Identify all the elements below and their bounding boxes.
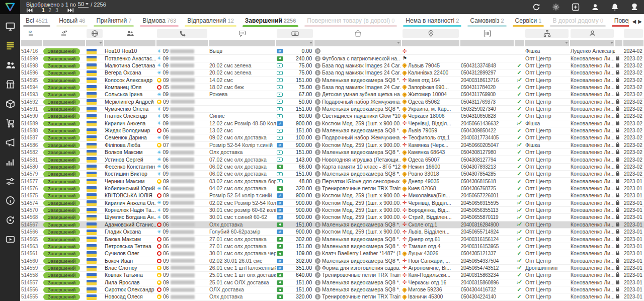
page-button-3[interactable]: 3	[53, 8, 60, 13]
column-header-manager[interactable]	[570, 28, 615, 39]
table-row[interactable]: 514563 Завершений Петровська Тетяна 06 2…	[20, 243, 644, 250]
table-row[interactable]: 514557 Завершений Лила Ярослав 09 25.01 …	[20, 279, 644, 286]
sidebar-item-store[interactable]	[4, 79, 16, 91]
filter-customer[interactable]	[104, 40, 155, 46]
table-row[interactable]: 514561 Завершений Сучилов Олег 06 30.01 …	[20, 250, 644, 257]
status-tab-0[interactable]: Всі4521	[20, 14, 53, 28]
settings-button[interactable]	[551, 3, 560, 12]
status-tab-7[interactable]: Нема в наявності2	[400, 14, 464, 28]
table-row[interactable]: 514560 Завершений Бокоч Иван 09 02.02 30…	[20, 257, 644, 264]
column-header-ttn[interactable]	[460, 28, 514, 39]
table-row[interactable]: 514558 Завершений Ковпак Татьяна 09 25.0…	[20, 272, 644, 279]
app-logo[interactable]	[0, 0, 20, 14]
status-tab-10[interactable]: В дорозі додому0	[547, 14, 608, 28]
table-row[interactable]: 514556 Завершений Сиротюк Олександр 09 О…	[20, 286, 644, 293]
sidebar-item-statistics[interactable]	[4, 156, 16, 168]
filter-payment[interactable]	[276, 40, 313, 46]
status-tab-2[interactable]: Прийнятий7	[91, 14, 137, 28]
table-row[interactable]: 514593 Завершений Сольська Ірина 09 Роже…	[20, 91, 644, 98]
table-row[interactable]: 514589 Завершений Кирилич Анжела 09 12.0…	[20, 120, 644, 127]
table-row[interactable]: 514566 Завершений Гладик Оксана 09 Голуб…	[20, 229, 644, 236]
table-row[interactable]: 514574 Завершений Кирилич Анжела Ол... 0…	[20, 200, 644, 207]
table-row[interactable]: 514565 Завершений Баюка Максим 06 27.01 …	[20, 236, 644, 243]
status-tab-5[interactable]: Завершений2256	[239, 14, 302, 28]
table-row[interactable]: 514586 Завершений Філіпова Люба 07 Розмі…	[20, 142, 644, 149]
add-button[interactable]	[571, 3, 580, 12]
table-row[interactable]: 514580 Завершений Фесенко Константин 06 …	[20, 164, 644, 171]
sidebar-item-orders[interactable]	[4, 40, 16, 52]
support-button[interactable]	[630, 3, 639, 12]
column-header-fulfillment[interactable]	[524, 28, 570, 39]
filter-id[interactable]	[21, 40, 42, 46]
table-row[interactable]: 514590 Завершений Гнатюк Олексндр 06 Син…	[20, 113, 644, 120]
sidebar-item-marketing[interactable]	[4, 136, 16, 148]
table-row[interactable]: 514596 Завершений Вегера Оксана 09 20.02…	[20, 69, 644, 77]
sidebar-item-settings[interactable]	[4, 175, 16, 187]
filter-fulfillment[interactable]	[525, 40, 569, 46]
sidebar-item-procurement[interactable]	[4, 117, 16, 129]
sidebar-item-dashboard[interactable]	[4, 20, 16, 32]
table-row[interactable]: 514595 Завершений Колосок Александр 09 1…	[20, 77, 644, 84]
filter-check[interactable]	[515, 40, 524, 46]
sidebar-item-integrations[interactable]	[4, 214, 16, 226]
notifications-button[interactable]	[610, 3, 619, 12]
column-header-status[interactable]	[42, 28, 86, 39]
table-row[interactable]: 514567 Завершений Адамовский Станис... 0…	[20, 221, 644, 229]
filter-ttn[interactable]	[460, 40, 514, 46]
table-row[interactable]: 514570 Завершений Корнелюк Надія Та... 0…	[20, 207, 644, 214]
table-row[interactable]: 514576 Завершений Кобилинський Юрий 06 0…	[20, 185, 644, 192]
table-row[interactable]: 514592 Завершений Мерклингер Андрей 09 5…	[20, 99, 644, 106]
page-button-2[interactable]: 2	[47, 8, 54, 13]
table-row[interactable]: 514598 Завершений Малютина Светлана 09 2…	[20, 62, 644, 69]
table-row[interactable]: 514582 Завершений Волков Максим 09 Олх д…	[20, 149, 644, 156]
filter-comment[interactable]	[209, 40, 275, 46]
filter-phone[interactable]	[156, 40, 208, 46]
filter-manager[interactable]	[570, 40, 614, 46]
status-tab-9[interactable]: Сервіси1	[510, 14, 547, 28]
account-button[interactable]	[591, 3, 600, 12]
filter-address[interactable]	[402, 40, 459, 46]
sidebar-item-customers[interactable]	[4, 59, 16, 71]
table-row[interactable]: 514575 Завершений КВІТОВСЬКА ЮЛІЯ 09 Роз…	[20, 192, 644, 199]
table-row[interactable]: 514594 Завершений Компанец Юля 05 18.02 …	[20, 84, 644, 91]
status-tab-8[interactable]: Самовивіз2	[464, 14, 509, 28]
sidebar-item-info[interactable]	[4, 195, 16, 207]
column-header-id[interactable]: ID	[20, 28, 42, 39]
filter-product[interactable]	[314, 40, 401, 46]
page-button-1[interactable]: 1	[40, 8, 47, 13]
status-tab-4[interactable]: Відправлений12	[182, 14, 239, 28]
column-header-payment[interactable]	[276, 28, 314, 39]
table-row[interactable]: 514588 Завершений Жидак Володимир 06 13.…	[20, 127, 644, 134]
tabs-scroll-right-icon[interactable]: ▶	[638, 19, 642, 24]
column-header-check[interactable]	[514, 28, 524, 39]
sidebar-item-products[interactable]	[4, 98, 16, 110]
first-page-button[interactable]	[26, 8, 33, 13]
column-header-phone[interactable]	[156, 28, 208, 39]
sidebar-item-video[interactable]	[4, 234, 16, 246]
status-tab-3[interactable]: Відмова763	[137, 14, 182, 28]
filter-lock[interactable]	[615, 40, 622, 46]
last-page-button[interactable]	[67, 8, 74, 13]
status-tab-1[interactable]: Новый46	[53, 14, 91, 28]
table-row[interactable]: 514555 Завершений Новосад Олеся 06 Олх д…	[20, 293, 644, 300]
filter-country[interactable]	[86, 40, 103, 46]
filter-status[interactable]	[43, 40, 85, 46]
column-header-country[interactable]	[86, 28, 104, 39]
table-row[interactable]: 514577 Завершений Черниш Максим 09 03.02…	[20, 178, 644, 185]
table-row[interactable]: 514591 Завершений Чумаченко Олена 09 151…	[20, 106, 644, 113]
table-row[interactable]: 514568 Завершений Шумляс Богдана Ан... 0…	[20, 214, 644, 221]
column-header-customer[interactable]	[104, 28, 156, 39]
refresh-button[interactable]	[532, 3, 541, 12]
table-row[interactable]: 514581 Завершений Устинов Сергей 06 07.0…	[20, 156, 644, 163]
column-header-date[interactable]	[623, 28, 644, 39]
column-header-address[interactable]	[401, 28, 460, 39]
filter-date[interactable]	[623, 40, 643, 46]
column-header-product[interactable]	[314, 28, 401, 39]
table-row[interactable]: 514587 Завершений Семенюк Дарина 09 09.0…	[20, 134, 644, 141]
table-row[interactable]: 514599 Завершений Потапенко Анастас... 0…	[20, 55, 644, 62]
status-tab-6[interactable]: Повернення товару (в дорозі)0	[301, 14, 400, 28]
table-row[interactable]: 514579 Завершений Костишин Виктор 09 06.…	[20, 171, 644, 178]
per-page-select[interactable]: 50	[78, 1, 89, 8]
column-header-comment[interactable]	[208, 28, 276, 39]
table-row[interactable]: 514716 Завершений Нов10 Нов10 09 Выцв 0.…	[20, 48, 644, 55]
